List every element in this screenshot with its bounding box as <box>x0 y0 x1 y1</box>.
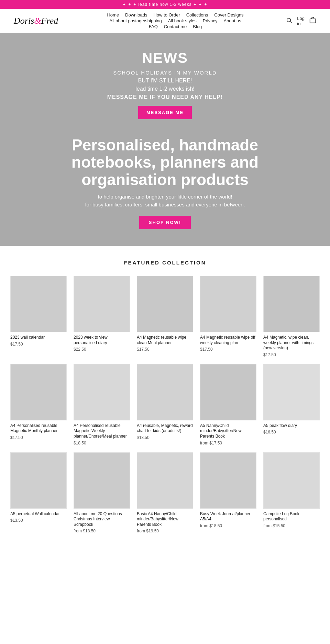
product-name: Basic A4 Nanny/Child minder/Babysitter/N… <box>137 511 193 528</box>
news-line2: lead time 1-2 weeks ish! <box>107 86 223 92</box>
product-card[interactable]: Busy Week Journal/planner A5/A4from $18.… <box>200 452 256 534</box>
product-name: A4 Magnetic reusable wipe off weekly cle… <box>200 335 256 346</box>
nav-privacy[interactable]: Privacy <box>203 18 218 23</box>
product-image <box>263 364 320 420</box>
nav-contact[interactable]: Contact me <box>164 24 187 29</box>
product-card[interactable]: A4 Personalised reusable Magnetic Weekly… <box>74 364 130 445</box>
product-name: A5 peak flow diary <box>263 423 320 429</box>
hero-heading: Personalised, handmade notebooks, planne… <box>45 136 285 189</box>
product-image <box>200 276 256 332</box>
product-image <box>137 364 193 420</box>
news-title: NEWS <box>107 50 223 66</box>
product-name: Campsite Log Book - personalised <box>263 511 320 522</box>
product-price: from $18.50 <box>74 529 130 533</box>
product-card[interactable]: 2023 wall calendar$17.50 <box>10 276 67 357</box>
main-nav: Home Downloads How to Order Collections … <box>62 12 289 29</box>
product-card[interactable]: Campsite Log Book - personalisedfrom $15… <box>263 452 320 534</box>
news-line1: BUT I'M STILL HERE! <box>107 78 223 84</box>
product-image <box>200 364 256 420</box>
product-name: 2023 week to view personalised diary <box>74 335 130 346</box>
product-name: A5 Nanny/Child minder/Babysitter/New Par… <box>200 423 256 439</box>
hero-main: Personalised, handmade notebooks, planne… <box>45 136 285 229</box>
product-name: Busy Week Journal/planner A5/A4 <box>200 511 256 522</box>
product-card[interactable]: 2023 week to view personalised diary$22.… <box>74 276 130 357</box>
product-card[interactable]: A4 reusable, Magnetic, reward chart for … <box>137 364 193 445</box>
product-card[interactable]: A4 Magnetic, wipe clean, weekly planner … <box>263 276 320 357</box>
product-image <box>74 276 130 332</box>
header-icons: Log in <box>289 16 316 26</box>
product-name: 2023 wall calendar <box>10 335 67 340</box>
search-button[interactable] <box>286 17 292 25</box>
nav-cover-designs[interactable]: Cover Designs <box>214 12 243 18</box>
shop-now-button[interactable]: SHOP NOW! <box>139 216 191 229</box>
logo[interactable]: Doris&Fred <box>14 16 62 26</box>
nav-book-styles[interactable]: All book styles <box>168 18 197 23</box>
product-price: from $15.50 <box>263 523 320 528</box>
nav-home[interactable]: Home <box>107 12 119 18</box>
product-card[interactable]: A5 peak flow diary$16.50 <box>263 364 320 445</box>
product-price: $22.50 <box>74 347 130 352</box>
product-image <box>137 452 193 509</box>
product-name: A4 Personalised reusable Magnetic Weekly… <box>74 423 130 439</box>
hero-section: NEWS SCHOOL HOLIDAYS IN MY WORLD BUT I'M… <box>0 33 330 246</box>
product-card[interactable]: A5 Nanny/Child minder/Babysitter/New Par… <box>200 364 256 445</box>
product-image <box>74 452 130 509</box>
nav-blog[interactable]: Blog <box>193 24 202 29</box>
product-name: A5 perpetual Wall calendar <box>10 511 67 517</box>
product-image <box>263 452 320 509</box>
featured-section: FEATURED COLLECTION 2023 wall calendar$1… <box>0 246 330 547</box>
featured-title: FEATURED COLLECTION <box>10 260 320 265</box>
product-image <box>10 452 67 509</box>
site-header: Doris&Fred Home Downloads How to Order C… <box>0 9 330 33</box>
message-me-button[interactable]: MESSAGE ME <box>138 106 192 119</box>
hero-sub1: to help organise and brighten your littl… <box>45 194 285 200</box>
top-banner: ✦ ✦ ✦ lead time now 1-2 weeks ✦ ✦ ✦ <box>0 0 330 9</box>
product-price: $18.50 <box>74 441 130 445</box>
nav-row-2: All about postage/shipping All book styl… <box>109 18 241 23</box>
product-name: A4 Magnetic, wipe clean, weekly planner … <box>263 335 320 351</box>
product-card[interactable]: A4 Personalised reusable Magnetic Monthl… <box>10 364 67 445</box>
nav-row-1: Home Downloads How to Order Collections … <box>107 12 243 18</box>
logo-text: Doris&Fred <box>14 16 62 26</box>
svg-rect-2 <box>310 19 316 23</box>
product-card[interactable]: Basic A4 Nanny/Child minder/Babysitter/N… <box>137 452 193 534</box>
product-image <box>137 276 193 332</box>
product-name: A4 Personalised reusable Magnetic Monthl… <box>10 423 67 434</box>
nav-faq[interactable]: FAQ <box>149 24 158 29</box>
product-price: $17.50 <box>263 352 320 357</box>
news-line3: MESSAGE ME IF YOU NEED ANY HELP! <box>107 94 223 100</box>
product-card[interactable]: All about me 20 Questions - Christmas In… <box>74 452 130 534</box>
product-card[interactable]: A5 perpetual Wall calendar$13.50 <box>10 452 67 534</box>
hero-sub2: for busy families, crafters, small busin… <box>45 202 285 207</box>
product-price: $17.50 <box>10 435 67 440</box>
product-price: $17.50 <box>137 347 193 352</box>
product-price: from $18.50 <box>200 523 256 528</box>
product-card[interactable]: A4 Magnetic reusable wipe off weekly cle… <box>200 276 256 357</box>
svg-point-0 <box>287 18 291 22</box>
news-sub: SCHOOL HOLIDAYS IN MY WORLD <box>107 70 223 76</box>
product-price: $18.50 <box>137 435 193 440</box>
product-image <box>10 276 67 332</box>
product-price: from $19.50 <box>137 529 193 533</box>
nav-downloads[interactable]: Downloads <box>125 12 147 18</box>
product-name: A4 reusable, Magnetic, reward chart for … <box>137 423 193 434</box>
banner-text: ✦ ✦ ✦ lead time now 1-2 weeks ✦ ✦ ✦ <box>122 2 207 7</box>
product-card[interactable]: A4 Magnetic reusable wipe clean Meal pla… <box>137 276 193 357</box>
product-image <box>74 364 130 420</box>
svg-line-1 <box>290 21 292 23</box>
product-price: from $17.50 <box>200 441 256 445</box>
nav-collections[interactable]: Collections <box>186 12 208 18</box>
nav-about-us[interactable]: About us <box>223 18 241 23</box>
product-name: A4 Magnetic reusable wipe clean Meal pla… <box>137 335 193 346</box>
cart-link[interactable] <box>309 17 316 25</box>
product-price: $17.50 <box>200 347 256 352</box>
nav-postage[interactable]: All about postage/shipping <box>109 18 162 23</box>
product-price: $16.50 <box>263 430 320 434</box>
nav-how-to-order[interactable]: How to Order <box>153 12 180 18</box>
product-name: All about me 20 Questions - Christmas In… <box>74 511 130 528</box>
product-price: $13.50 <box>10 518 67 523</box>
login-link[interactable]: Log in <box>297 16 305 26</box>
product-price: $17.50 <box>10 342 67 347</box>
product-image <box>200 452 256 509</box>
product-image <box>10 364 67 420</box>
